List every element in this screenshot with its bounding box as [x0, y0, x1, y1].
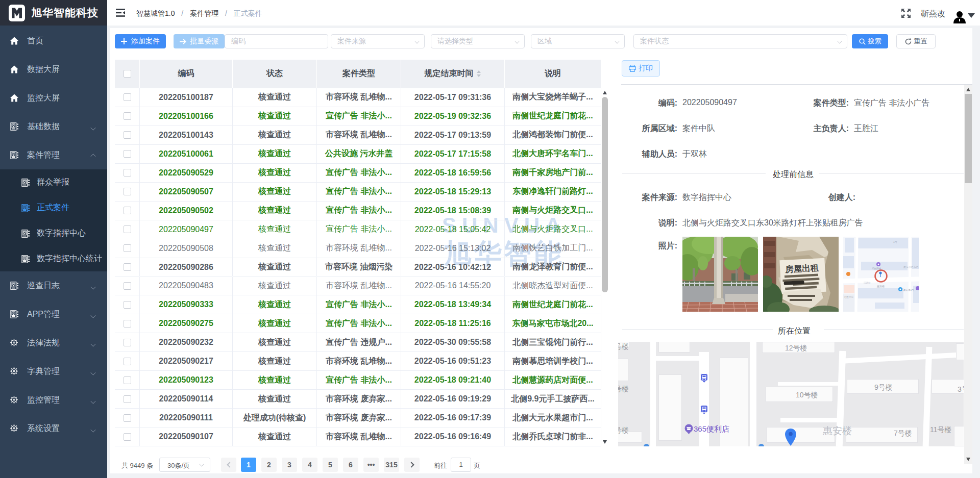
svg-text:房屋出租: 房屋出租 [785, 263, 819, 273]
svg-text:惠安楼: 惠安楼 [876, 285, 885, 288]
svg-text:社区中心: 社区中心 [844, 295, 854, 298]
svg-text:惠安小区东区: 惠安小区东区 [903, 265, 919, 268]
svg-text:惠安楼1号: 惠安楼1号 [903, 289, 914, 291]
svg-text:1号: 1号 [893, 240, 897, 243]
